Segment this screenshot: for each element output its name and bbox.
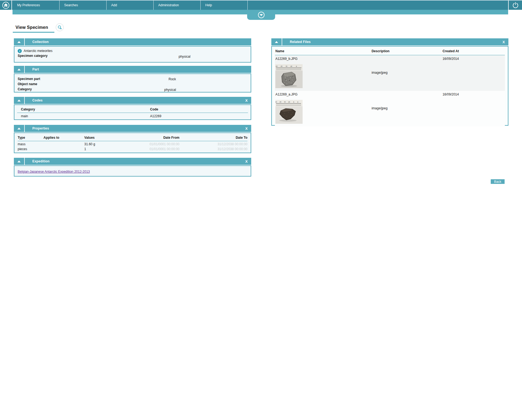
related-files-panel-body: Name Description Created At A12269_b.JPG bbox=[271, 46, 508, 126]
property-type-cell: mass bbox=[18, 141, 44, 146]
code-value-cell: A12269 bbox=[150, 113, 248, 118]
property-value-cell: 1 bbox=[84, 146, 139, 151]
panel-title: Related Files bbox=[282, 40, 311, 44]
file-name-cell: A12269_a.JPG 13 12 11 bbox=[275, 92, 372, 124]
nav-item-my-preferences[interactable]: My Preferences bbox=[13, 1, 60, 10]
chevron-up-icon bbox=[17, 128, 21, 129]
panel-title: Collection bbox=[25, 40, 49, 44]
svg-text:12: 12 bbox=[279, 101, 281, 103]
part-panel-header: Part bbox=[14, 66, 251, 73]
field-row: Object name bbox=[18, 82, 247, 87]
svg-text:10: 10 bbox=[288, 101, 290, 103]
field-row: Specimen part Rock bbox=[18, 77, 247, 82]
codes-close-button[interactable]: X bbox=[245, 98, 251, 103]
column-header: Type bbox=[18, 135, 44, 141]
panel-title: Properties bbox=[25, 126, 49, 130]
properties-panel-body: Type Applies to Values Date From Date To… bbox=[14, 132, 251, 153]
home-icon bbox=[2, 2, 10, 9]
properties-panel: Properties X Type Applies to Values Date… bbox=[14, 125, 251, 153]
info-icon[interactable]: i bbox=[18, 49, 22, 53]
home-button[interactable] bbox=[0, 1, 12, 10]
table-row[interactable]: pieces 1 01/01/0001 00:00:00 31/12/2038 … bbox=[18, 146, 247, 151]
related-files-panel-header: Related Files X bbox=[271, 38, 508, 45]
related-files-close-button[interactable]: X bbox=[502, 40, 508, 44]
chevron-up-icon bbox=[275, 41, 278, 43]
file-row[interactable]: A12269_a.JPG 13 12 11 bbox=[275, 91, 505, 126]
codes-collapse-button[interactable] bbox=[14, 97, 25, 104]
chevron-down-icon bbox=[260, 14, 263, 16]
codes-panel: Codes X Category Code main A12269 bbox=[14, 97, 251, 120]
part-collapse-button[interactable] bbox=[14, 66, 25, 73]
field-label: Specimen part bbox=[18, 77, 40, 81]
column-header: Applies to bbox=[44, 135, 84, 141]
field-value: physical bbox=[179, 55, 190, 58]
chevron-up-icon bbox=[17, 160, 21, 162]
power-icon bbox=[512, 2, 519, 9]
column-header: Code bbox=[150, 107, 248, 113]
collection-collapse-button[interactable] bbox=[14, 38, 25, 45]
nav-item-add[interactable]: Add bbox=[107, 1, 154, 10]
column-header: Values bbox=[84, 135, 139, 141]
expedition-collapse-button[interactable] bbox=[14, 158, 25, 165]
page-title: View Specimen bbox=[15, 25, 48, 30]
chevron-up-icon bbox=[17, 100, 21, 101]
codes-panel-header: Codes X bbox=[14, 97, 251, 104]
field-value: Rock bbox=[169, 77, 176, 81]
file-name-cell: A12269_b.JPG 13 12 11 bbox=[275, 57, 372, 88]
record-preview-button[interactable] bbox=[56, 23, 64, 31]
properties-collapse-button[interactable] bbox=[14, 125, 25, 132]
properties-close-button[interactable]: X bbox=[245, 126, 251, 131]
file-row[interactable]: A12269_b.JPG 13 12 11 bbox=[275, 55, 505, 91]
collection-panel-body: i Antarctic meteorites Specimen category… bbox=[14, 46, 251, 63]
chevron-circle bbox=[258, 12, 265, 18]
file-created-at: 16/09/2014 bbox=[443, 92, 504, 124]
back-button[interactable]: Back bbox=[491, 179, 505, 184]
part-panel: Part Specimen part Rock Object name Cate… bbox=[14, 66, 251, 92]
property-applies-cell bbox=[44, 141, 84, 146]
column-header: Description bbox=[372, 49, 443, 53]
nav-item-administration[interactable]: Administration bbox=[154, 1, 201, 10]
nav-item-help[interactable]: Help bbox=[201, 1, 248, 10]
table-row[interactable]: mass 31.60 g 01/01/0001 00:00:00 31/12/2… bbox=[18, 141, 247, 146]
field-label: Object name bbox=[18, 82, 37, 86]
field-row: Category physical bbox=[18, 87, 247, 92]
properties-table: Type Applies to Values Date From Date To… bbox=[18, 135, 247, 151]
collection-panel: Collection i Antarctic meteorites Specim… bbox=[14, 38, 251, 63]
nav-item-searches[interactable]: Searches bbox=[60, 1, 107, 10]
top-nav-bar: My Preferences Searches Add Administrati… bbox=[0, 0, 522, 10]
expedition-panel-body: Belgian-Japanese Antarctic Expedition 20… bbox=[14, 165, 251, 177]
expedition-panel: Expedition X Belgian-Japanese Antarctic … bbox=[14, 158, 251, 177]
svg-text:13: 13 bbox=[276, 66, 278, 67]
field-label: Category bbox=[18, 87, 32, 91]
specimen-thumbnail[interactable]: 13 12 11 10 9 8 bbox=[275, 100, 303, 124]
table-header-row: Category Code bbox=[17, 107, 248, 113]
column-header: Created At bbox=[443, 49, 504, 53]
expedition-close-button[interactable]: X bbox=[245, 159, 251, 163]
expedition-link[interactable]: Belgian-Japanese Antarctic Expedition 20… bbox=[18, 170, 90, 174]
part-panel-body: Specimen part Rock Object name Category … bbox=[14, 73, 251, 92]
related-files-collapse-button[interactable] bbox=[271, 38, 282, 45]
svg-text:13: 13 bbox=[275, 101, 277, 103]
properties-panel-header: Properties X bbox=[14, 125, 251, 132]
nav-expand-tab[interactable] bbox=[247, 10, 275, 20]
property-applies-cell bbox=[44, 146, 84, 151]
table-header-row: Type Applies to Values Date From Date To bbox=[18, 135, 247, 141]
collection-info-line: i Antarctic meteorites bbox=[18, 48, 247, 53]
nav-menu: My Preferences Searches Add Administrati… bbox=[13, 1, 248, 10]
table-row[interactable]: main A12269 bbox=[17, 113, 248, 118]
specimen-thumbnail[interactable]: 13 12 11 10 9 bbox=[275, 64, 303, 88]
svg-text:11: 11 bbox=[284, 101, 286, 103]
page: My Preferences Searches Add Administrati… bbox=[0, 0, 522, 420]
field-row: Specimen category physical bbox=[18, 54, 247, 58]
property-datefrom-cell: 01/01/0001 00:00:00 bbox=[139, 146, 179, 151]
svg-text:12: 12 bbox=[281, 66, 282, 67]
svg-text:11: 11 bbox=[285, 66, 287, 67]
logout-button[interactable] bbox=[508, 1, 522, 10]
collection-name: Antarctic meteorites bbox=[24, 49, 52, 53]
magnifier-icon bbox=[57, 25, 63, 30]
property-datefrom-cell: 01/01/0001 00:00:00 bbox=[139, 141, 179, 146]
file-name[interactable]: A12269_b.JPG bbox=[275, 57, 372, 61]
property-value-cell: 31.60 g bbox=[84, 141, 139, 146]
property-dateto-cell: 31/12/2038 00:00:00 bbox=[179, 141, 247, 146]
file-name[interactable]: A12269_a.JPG bbox=[275, 92, 372, 96]
